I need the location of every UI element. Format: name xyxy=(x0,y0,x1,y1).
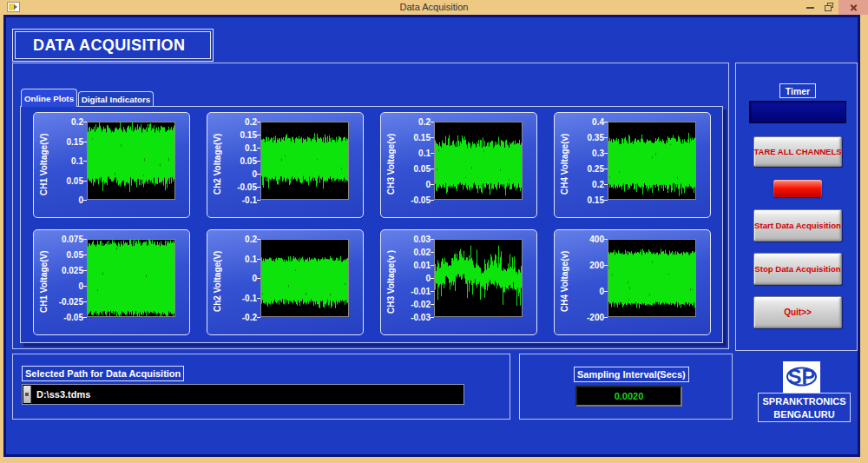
y-tick-mark xyxy=(604,200,608,201)
browse-icon[interactable] xyxy=(23,386,31,403)
tab-online-plots[interactable]: Online Plots xyxy=(21,89,77,107)
path-field[interactable]: D:\ss3.tdms xyxy=(22,384,464,405)
timer-label: Timer xyxy=(779,83,816,98)
close-button[interactable] xyxy=(838,0,868,15)
y-tick-label: 0.05 xyxy=(392,164,431,174)
y-tick-label: 0.05 xyxy=(219,156,257,166)
path-panel: Selected Path for Data Acquisition D:\ss… xyxy=(12,354,510,420)
chart-card-7: CH3 Voltage(v )0.030.020.010-0.01-0.02-0… xyxy=(380,229,537,335)
chart-card-3: CH3 Voltage(v)0.20.150.10.050-0.05 xyxy=(380,112,537,218)
quit-button[interactable]: Quit>> xyxy=(753,296,842,328)
company-name: SPRANKTRONICS xyxy=(759,395,850,408)
titlebar: Data Acquisition xyxy=(0,0,868,15)
tab-digital-indicators[interactable]: Digital Indicators xyxy=(78,91,154,107)
chart-card-6: Ch2 Voltage(V)0.20.10-0.1-0.2 xyxy=(207,229,364,335)
y-tick-label: 0.35 xyxy=(566,133,604,142)
y-tick-label: 0 xyxy=(392,274,431,283)
y-tick-mark xyxy=(83,317,87,318)
y-tick-label: -0.05 xyxy=(219,182,257,192)
y-tick-label: 0 xyxy=(566,287,604,296)
y-tick-label: -0.05 xyxy=(45,313,83,322)
sampling-interval-label: Sampling Interval(Secs) xyxy=(574,367,689,382)
y-tick-label: -0.03 xyxy=(392,313,431,322)
company-city: BENGALURU xyxy=(759,408,850,421)
y-tick-label: 0.01 xyxy=(392,261,431,270)
page-title: DATA ACQUISITION xyxy=(15,31,211,59)
data-acquisition-app: { "window": { "title": "Data Acquisition… xyxy=(0,0,868,463)
control-panel: Timer TARE ALL CHANNELS Start Data Acqui… xyxy=(735,63,858,351)
waveform-plot xyxy=(608,122,696,200)
chart-card-5: CH1 Voltage(V)0.0750.050.0250-0.025-0.05 xyxy=(33,229,190,335)
y-tick-mark xyxy=(257,317,260,318)
path-value: D:\ss3.tdms xyxy=(36,385,90,404)
waveform-plot xyxy=(608,239,696,317)
y-tick-mark xyxy=(604,317,608,318)
tare-all-channels-button[interactable]: TARE ALL CHANNELS xyxy=(753,136,842,167)
sampling-panel: Sampling Interval(Secs) 0.0020 xyxy=(519,354,733,420)
svg-text:SP: SP xyxy=(787,365,815,388)
y-tick-label: 0.03 xyxy=(392,235,431,244)
waveform-plot xyxy=(434,239,523,317)
y-tick-label: 0 xyxy=(219,169,257,179)
page-title-box: DATA ACQUISITION xyxy=(12,29,214,62)
y-tick-label: 0.2 xyxy=(45,117,83,127)
charts-panel: Online Plots Digital Indicators CH1 Volt… xyxy=(12,63,729,349)
y-tick-label: 0.4 xyxy=(566,117,604,127)
y-tick-label: 0 xyxy=(45,281,83,291)
y-tick-label: 0.025 xyxy=(45,266,83,275)
y-tick-label: -0.1 xyxy=(219,293,257,302)
y-tick-label: 400 xyxy=(566,235,604,244)
window-title: Data Acquisition xyxy=(260,2,608,12)
minimize-button[interactable] xyxy=(802,0,819,15)
y-tick-label: 0.15 xyxy=(45,136,83,146)
y-tick-label: 0.05 xyxy=(45,175,83,185)
y-tick-label: -0.05 xyxy=(392,195,431,205)
y-tick-label: 0.2 xyxy=(566,180,604,189)
y-tick-label: 0 xyxy=(219,274,257,283)
y-tick-label: 0.1 xyxy=(219,143,257,153)
main-panel: DATA ACQUISITION Online Plots Digital In… xyxy=(3,15,860,457)
y-tick-label: 0.15 xyxy=(566,195,604,205)
chart-card-8: CH4 Voltage(v)4002000-200 xyxy=(554,229,711,335)
waveform-plot xyxy=(260,239,349,317)
y-tick-label: 0.2 xyxy=(219,235,257,244)
chart-card-2: Ch2 Voltage(V)0.20.150.10.050-0.05-0.1 xyxy=(207,112,364,218)
y-tick-label: 0.02 xyxy=(392,248,431,257)
y-tick-label: -0.01 xyxy=(392,287,431,296)
chart-card-1: CH1 Voltage(V)0.20.150.10.050 xyxy=(33,112,190,218)
y-tick-label: 0.15 xyxy=(392,133,431,142)
tab-body: CH1 Voltage(V)0.20.150.10.050Ch2 Voltage… xyxy=(20,106,723,343)
path-label: Selected Path for Data Acquisition xyxy=(22,366,184,381)
y-tick-label: -0.2 xyxy=(219,313,257,322)
y-tick-label: 0.05 xyxy=(45,250,83,260)
waveform-plot xyxy=(260,122,349,200)
y-tick-label: 0.1 xyxy=(392,149,431,158)
y-tick-mark xyxy=(431,317,434,318)
stop-data-acquisition-button[interactable]: Stop Data Acquisition xyxy=(753,253,842,285)
company-name-box: SPRANKTRONICS BENGALURU xyxy=(758,393,851,422)
waveform-plot xyxy=(87,239,175,317)
y-tick-label: 0.1 xyxy=(45,156,83,166)
restore-button[interactable] xyxy=(820,0,838,15)
sampling-interval-value[interactable]: 0.0020 xyxy=(575,386,682,407)
y-tick-label: -0.025 xyxy=(45,297,83,307)
company-logo: SP xyxy=(783,361,820,393)
chart-card-4: CH4 Voltage(v)0.40.350.30.250.20.15 xyxy=(554,112,711,218)
y-tick-label: -0.02 xyxy=(392,300,431,309)
status-led xyxy=(773,180,822,197)
y-tick-label: -200 xyxy=(566,313,604,322)
y-tick-label: 0.15 xyxy=(219,130,257,140)
y-tick-label: 0 xyxy=(45,195,83,205)
y-tick-label: 0 xyxy=(392,180,431,189)
y-tick-label: 0.1 xyxy=(219,254,257,263)
y-tick-mark xyxy=(257,200,260,201)
waveform-plot xyxy=(87,122,175,200)
app-icon[interactable] xyxy=(7,2,20,12)
start-data-acquisition-button[interactable]: Start Data Acquisition xyxy=(753,209,842,241)
y-tick-label: 0.3 xyxy=(566,149,604,158)
y-tick-mark xyxy=(431,200,434,201)
y-tick-label: 0.25 xyxy=(566,164,604,174)
timer-display xyxy=(749,101,846,123)
y-tick-label: 0.075 xyxy=(45,235,83,244)
y-tick-label: -0.1 xyxy=(219,195,257,205)
